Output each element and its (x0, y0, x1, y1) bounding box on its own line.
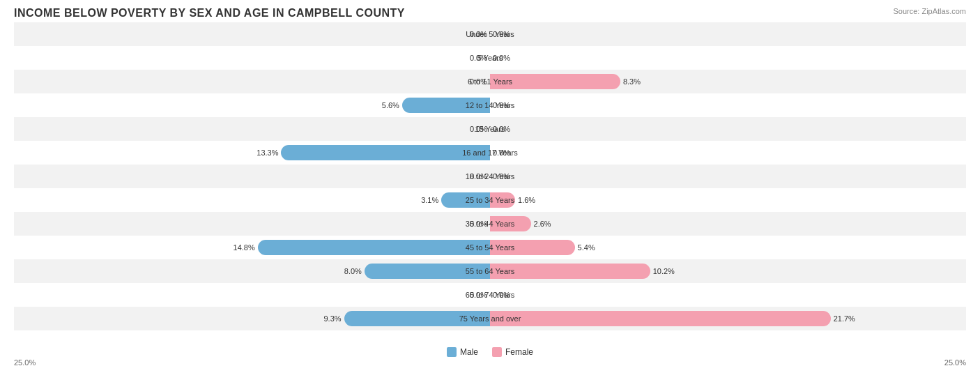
male-value: 13.3% (257, 148, 278, 157)
chart-row: 55 to 64 Years8.0%10.2% (14, 259, 966, 283)
legend-female: Female (492, 347, 533, 357)
female-value: 1.6% (518, 196, 535, 204)
chart-row: 12 to 14 Years5.6%0.0% (14, 93, 966, 117)
chart-row: 5 Years0.0%0.0% (14, 46, 966, 70)
axis-labels: 25.0% 25.0% (14, 358, 966, 367)
row-label: 12 to 14 Years (466, 101, 514, 109)
male-value: 14.8% (233, 243, 255, 252)
female-value: 8.3% (623, 77, 641, 86)
row-label: 5 Years (477, 54, 503, 62)
legend-male: Male (447, 347, 478, 357)
chart-container: INCOME BELOW POVERTY BY SEX AND AGE IN C… (0, 0, 980, 389)
chart-row: 25 to 34 Years3.1%1.6% (14, 188, 966, 212)
axis-left-max: 25.0% (14, 358, 36, 367)
male-value: 9.3% (324, 314, 342, 323)
chart-row: 16 and 17 Years13.3%0.0% (14, 141, 966, 165)
source-text: Source: ZipAtlas.com (893, 7, 966, 15)
legend-female-label: Female (505, 347, 533, 357)
chart-row: 65 to 74 Years0.0%0.0% (14, 283, 966, 307)
male-bar (281, 145, 490, 160)
row-label: 45 to 54 Years (466, 243, 514, 252)
chart-row: 75 Years and over9.3%21.7% (14, 307, 966, 330)
row-label: 6 to 11 Years (468, 77, 512, 86)
female-bar (490, 311, 831, 326)
male-value: 3.1% (421, 196, 438, 204)
chart-title: INCOME BELOW POVERTY BY SEX AND AGE IN C… (14, 7, 966, 20)
male-value: 8.0% (344, 267, 362, 275)
chart-row: 35 to 44 Years0.0%2.6% (14, 212, 966, 236)
row-label: 18 to 24 Years (466, 172, 514, 181)
male-bar (258, 240, 490, 255)
legend: Male Female (14, 347, 966, 357)
female-value: 10.2% (653, 267, 675, 275)
row-label: 75 Years and over (459, 314, 521, 323)
row-label: 65 to 74 Years (466, 291, 514, 299)
row-label: 25 to 34 Years (466, 196, 514, 204)
legend-male-label: Male (460, 347, 478, 357)
female-value: 21.7% (834, 314, 855, 323)
female-value: 2.6% (534, 220, 551, 228)
row-label: 15 Years (475, 125, 505, 133)
chart-row: 6 to 11 Years0.0%8.3% (14, 70, 966, 93)
chart-row: 45 to 54 Years14.8%5.4% (14, 236, 966, 259)
chart-row: 18 to 24 Years0.0%0.0% (14, 165, 966, 188)
chart-row: 15 Years0.0%0.0% (14, 117, 966, 141)
row-label: 55 to 64 Years (466, 267, 514, 275)
row-label: 35 to 44 Years (466, 220, 514, 228)
legend-female-box (492, 347, 502, 357)
row-label: Under 5 Years (466, 30, 514, 38)
chart-row: Under 5 Years0.0%0.0% (14, 22, 966, 46)
male-value: 5.6% (382, 101, 399, 109)
row-label: 16 and 17 Years (462, 148, 518, 157)
female-value: 5.4% (578, 243, 595, 252)
legend-male-box (447, 347, 457, 357)
chart-area: Under 5 Years0.0%0.0%5 Years0.0%0.0%6 to… (14, 22, 966, 343)
axis-right-max: 25.0% (944, 358, 966, 367)
